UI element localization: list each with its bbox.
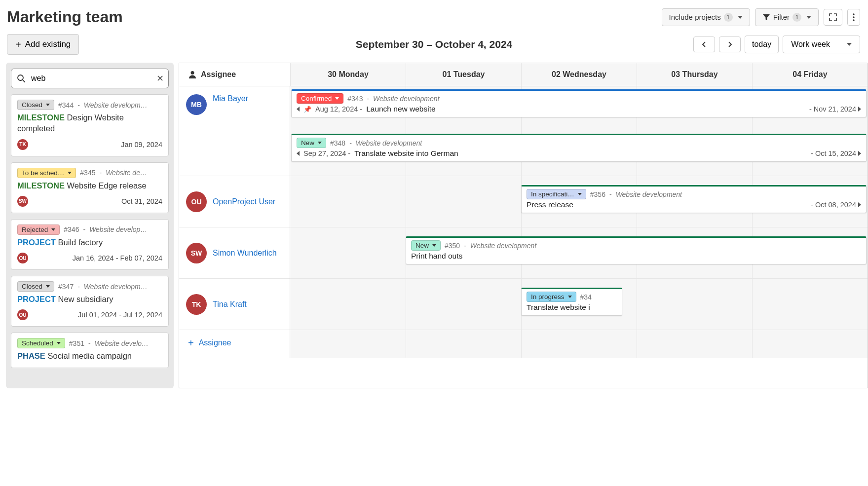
status-pill[interactable]: To be sched… (17, 168, 76, 178)
status-pill[interactable]: New (297, 138, 326, 148)
status-pill[interactable]: In progress (527, 292, 576, 302)
assignee-cell[interactable]: MB Mia Bayer (179, 86, 290, 176)
clear-search-icon[interactable]: ✕ (156, 73, 164, 84)
task-bar[interactable]: In progress #34 Translate website i (521, 288, 622, 316)
card-type: PROJECT (17, 295, 56, 303)
assignee-column: MB Mia Bayer OU OpenProject User SW Simo… (179, 86, 290, 358)
kebab-icon (853, 13, 855, 21)
prev-button[interactable] (693, 37, 715, 52)
person-icon (188, 70, 197, 79)
assignee-cell[interactable]: TK Tina Kraft (179, 279, 290, 330)
task-end-date: - Oct 08, 2024 (811, 201, 861, 209)
assignee-name: Simon Wunderlich (213, 249, 277, 258)
card-project: Website develop… (89, 225, 162, 233)
column-header-day: 30 Monday (290, 63, 406, 86)
backlog-panel: ✕ Closed #344 - Website developm… MILEST… (6, 63, 174, 388)
status-pill[interactable]: In specificati… (527, 189, 586, 199)
assignee-name: Mia Bayer (213, 94, 248, 103)
task-bar[interactable]: New #350 - Website development Print han… (406, 236, 867, 264)
include-projects-count-badge: 1 (724, 13, 733, 22)
column-header-day: 03 Thursday (637, 63, 752, 86)
card-dates: Jul 01, 2024 - Jul 12, 2024 (78, 311, 162, 319)
extend-right-icon (858, 151, 861, 156)
timeline-row[interactable]: New #350 - Website development Print han… (290, 227, 868, 279)
add-assignee-button[interactable]: + Assignee (179, 330, 290, 356)
filter-icon (762, 13, 770, 21)
chevron-down-icon (847, 43, 852, 46)
task-title: Press release (527, 200, 573, 209)
card-project: Website developm… (84, 283, 162, 291)
svg-point-5 (191, 71, 194, 75)
backlog-card[interactable]: Scheduled #351 - Website develo… PHASE S… (11, 333, 169, 368)
backlog-card[interactable]: Closed #347 - Website developm… PROJECT … (11, 276, 169, 327)
status-pill[interactable]: Confirmed (297, 93, 343, 104)
status-pill[interactable]: Rejected (17, 224, 60, 235)
card-id: #351 (69, 339, 84, 347)
team-planner: Assignee 30 Monday 01 Tuesday 02 Wednesd… (179, 63, 868, 388)
pin-icon: 📌 (303, 106, 311, 113)
card-id: #344 (58, 101, 74, 109)
task-title: Translate website into German (354, 149, 458, 158)
timeline-row[interactable]: In progress #34 Translate website i (290, 279, 868, 330)
backlog-card[interactable]: To be sched… #345 - Website de… MILESTON… (11, 162, 169, 213)
date-nav: today Work week (693, 36, 860, 53)
card-title: PHASE Social media campaign (17, 350, 162, 361)
timeline-row-empty (290, 330, 868, 358)
avatar: TK (17, 139, 28, 150)
task-bar[interactable]: Confirmed #343 - Website development 📌 A… (291, 89, 867, 117)
assignee-name: Tina Kraft (213, 300, 247, 309)
view-mode-select[interactable]: Work week (783, 36, 860, 53)
search-icon (17, 74, 26, 83)
status-pill[interactable]: Closed (17, 281, 54, 292)
timeline-row[interactable]: Confirmed #343 - Website development 📌 A… (290, 86, 868, 176)
status-pill[interactable]: Closed (17, 100, 54, 110)
task-bar[interactable]: In specificati… #356 - Website developme… (521, 185, 867, 213)
status-pill[interactable]: Scheduled (17, 338, 65, 348)
task-project: Website development (616, 190, 682, 198)
filter-button[interactable]: Filter 1 (755, 8, 819, 26)
card-title: PROJECT Build factory (17, 237, 162, 248)
assignee-cell[interactable]: SW Simon Wunderlich (179, 227, 290, 279)
extend-left-icon (297, 107, 300, 112)
card-id: #347 (58, 283, 74, 291)
card-title: PROJECT New subsidiary (17, 294, 162, 304)
chevron-down-icon (51, 228, 55, 231)
column-header-day: 02 Wednesday (521, 63, 637, 86)
card-type: PROJECT (17, 238, 56, 247)
svg-point-1 (853, 16, 854, 18)
chevron-down-icon (46, 285, 50, 288)
timeline: Confirmed #343 - Website development 📌 A… (290, 86, 868, 358)
task-id: #356 (590, 190, 605, 198)
chevron-down-icon (318, 142, 322, 144)
search-input[interactable] (11, 69, 169, 88)
chevron-down-icon (46, 104, 50, 106)
column-header-day: 01 Tuesday (406, 63, 521, 86)
fullscreen-button[interactable] (824, 9, 842, 26)
more-menu-button[interactable] (847, 9, 860, 26)
card-id: #346 (64, 225, 79, 233)
date-range-title: September 30 – October 4, 2024 (356, 38, 513, 50)
add-existing-button[interactable]: + Add existing (7, 34, 79, 55)
avatar: MB (186, 94, 207, 115)
status-pill[interactable]: New (411, 240, 441, 251)
timeline-row[interactable]: In specificati… #356 - Website developme… (290, 176, 868, 227)
backlog-card[interactable]: Closed #344 - Website developm… MILESTON… (11, 94, 169, 156)
avatar: TK (186, 294, 207, 315)
task-id: #348 (330, 139, 345, 147)
backlog-card[interactable]: Rejected #346 - Website develop… PROJECT… (11, 219, 169, 270)
card-type: MILESTONE (17, 113, 65, 122)
column-header-day: 04 Friday (752, 63, 868, 86)
task-bar[interactable]: New #348 - Website development Sep 27, 2… (291, 134, 867, 162)
plus-icon: + (15, 39, 21, 49)
extend-left-icon (297, 151, 300, 156)
assignee-cell[interactable]: OU OpenProject User (179, 176, 290, 227)
next-button[interactable] (719, 37, 741, 52)
card-id: #345 (80, 169, 95, 177)
arrow-left-icon (701, 41, 708, 48)
chevron-down-icon (738, 16, 743, 19)
svg-line-4 (23, 80, 25, 82)
card-title: MILESTONE Website Edge release (17, 180, 162, 191)
today-button[interactable]: today (745, 36, 779, 53)
task-title: Launch new website (366, 105, 435, 113)
include-projects-button[interactable]: Include projects 1 (662, 8, 750, 26)
